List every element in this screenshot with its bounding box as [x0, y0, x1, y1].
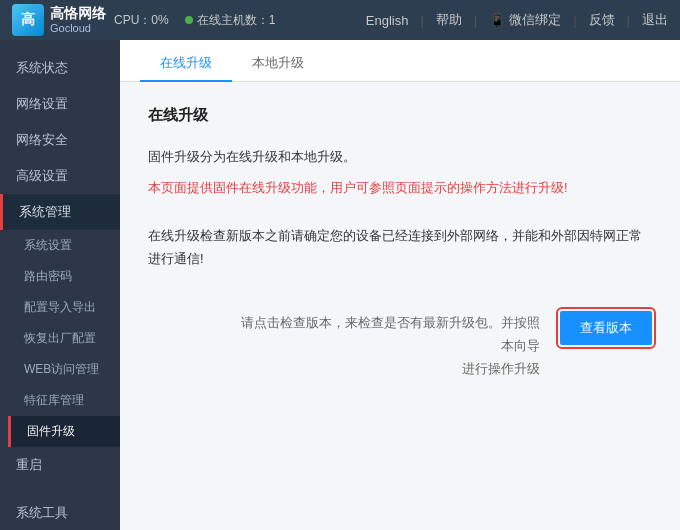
topbar-left: 高 高恪网络 Gocloud CPU：0% 在线主机数：1	[12, 4, 275, 36]
help-link[interactable]: 帮助	[436, 11, 462, 29]
logo: 高 高恪网络 Gocloud	[12, 4, 106, 36]
sidebar-item-network-security[interactable]: 网络安全	[0, 122, 120, 158]
hint-line1: 请点击检查版本，来检查是否有最新升级包。并按照本向导	[241, 315, 540, 353]
sidebar-main-section: 系统状态 网络设置 网络安全 高级设置 系统管理 系统设置 路由密码 配置导入导…	[0, 44, 120, 489]
sidebar-item-factory-reset[interactable]: 恢复出厂配置	[8, 323, 120, 354]
wechat-bind-link[interactable]: 📱 微信绑定	[489, 11, 561, 29]
topbar: 高 高恪网络 Gocloud CPU：0% 在线主机数：1 English | …	[0, 0, 680, 40]
logout-link[interactable]: 退出	[642, 11, 668, 29]
sidebar-item-route-password[interactable]: 路由密码	[8, 261, 120, 292]
intro-text: 固件升级分为在线升级和本地升级。	[148, 145, 652, 168]
action-hint: 请点击检查版本，来检查是否有最新升级包。并按照本向导 进行操作升级	[240, 311, 540, 381]
sidebar-item-system-status[interactable]: 系统状态	[0, 50, 120, 86]
tab-local-upgrade[interactable]: 本地升级	[232, 46, 324, 82]
main-layout: 系统状态 网络设置 网络安全 高级设置 系统管理 系统设置 路由密码 配置导入导…	[0, 40, 680, 530]
english-link[interactable]: English	[366, 13, 409, 28]
sidebar-item-system-management[interactable]: 系统管理	[0, 194, 120, 230]
online-hosts-status: 在线主机数：1	[185, 12, 276, 29]
topbar-status: CPU：0% 在线主机数：1	[114, 12, 275, 29]
content-body: 在线升级 固件升级分为在线升级和本地升级。 本页面提供固件在线升级功能，用户可参…	[120, 82, 680, 530]
sidebar-item-network-settings[interactable]: 网络设置	[0, 86, 120, 122]
sidebar-item-system-tools[interactable]: 系统工具	[0, 495, 120, 530]
tabs-bar: 在线升级 本地升级	[120, 40, 680, 82]
topbar-right: English | 帮助 | 📱 微信绑定 | 反馈 | 退出	[366, 11, 668, 29]
tab-online-upgrade[interactable]: 在线升级	[140, 46, 232, 82]
sidebar: 系统状态 网络设置 网络安全 高级设置 系统管理 系统设置 路由密码 配置导入导…	[0, 40, 120, 530]
warning-text: 在线升级检查新版本之前请确定您的设备已经连接到外部网络，并能和外部因特网正常进行…	[148, 224, 652, 271]
content-area: 在线升级 本地升级 在线升级 固件升级分为在线升级和本地升级。 本页面提供固件在…	[120, 40, 680, 530]
hint-line2: 进行操作升级	[462, 361, 540, 376]
sidebar-bottom-section: 系统工具 退出	[0, 489, 120, 530]
wechat-icon: 📱	[489, 13, 505, 28]
sidebar-item-reboot[interactable]: 重启	[0, 447, 120, 483]
page-title: 在线升级	[148, 106, 652, 125]
cpu-status: CPU：0%	[114, 12, 169, 29]
description-text: 本页面提供固件在线升级功能，用户可参照页面提示的操作方法进行升级!	[148, 176, 652, 199]
feedback-link[interactable]: 反馈	[589, 11, 615, 29]
online-dot	[185, 16, 193, 24]
sidebar-sub-menu: 系统设置 路由密码 配置导入导出 恢复出厂配置 WEB访问管理 特征库管理 固件…	[0, 230, 120, 447]
logo-text: 高恪网络 Gocloud	[50, 5, 106, 35]
sidebar-item-feature-library[interactable]: 特征库管理	[8, 385, 120, 416]
sidebar-item-system-settings[interactable]: 系统设置	[8, 230, 120, 261]
logo-icon: 高	[12, 4, 44, 36]
action-box: 请点击检查版本，来检查是否有最新升级包。并按照本向导 进行操作升级 查看版本	[148, 311, 652, 381]
sidebar-item-firmware-upgrade[interactable]: 固件升级	[8, 416, 120, 447]
sidebar-item-advanced-settings[interactable]: 高级设置	[0, 158, 120, 194]
check-version-button[interactable]: 查看版本	[560, 311, 652, 345]
sidebar-item-web-access[interactable]: WEB访问管理	[8, 354, 120, 385]
sidebar-item-config-import-export[interactable]: 配置导入导出	[8, 292, 120, 323]
